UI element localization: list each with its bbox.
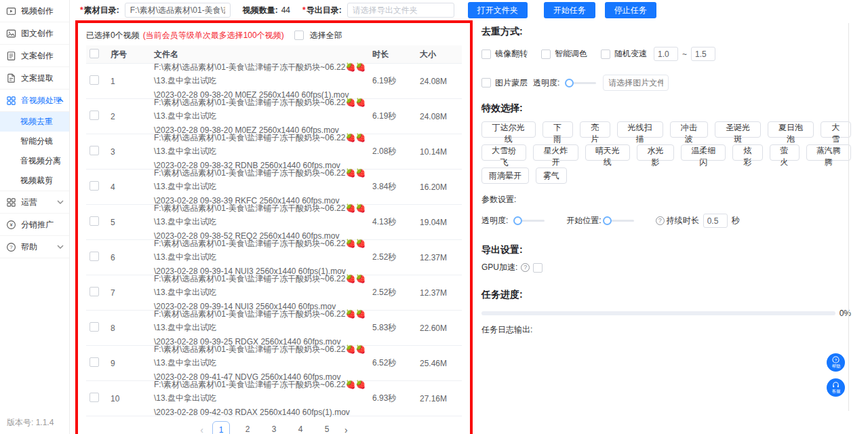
sidebar-item-copy-extract[interactable]: 文案提取 (0, 67, 69, 90)
header-checkbox[interactable] (90, 49, 99, 58)
table-row[interactable]: 7 F:\素材\选品素材\01-美食\盐津铺子冻干酸奶块~06.22🍓🍓\13.… (86, 275, 462, 311)
effect-button[interactable]: 水光影 (637, 144, 674, 161)
row-duration: 6.19秒 (372, 75, 420, 87)
speed-min-input[interactable] (654, 47, 678, 61)
material-dir-input[interactable] (125, 3, 231, 18)
sidebar-item-av-processing[interactable]: 音视频处理 (0, 90, 69, 112)
duration-input[interactable] (703, 214, 728, 228)
row-index: 2 (111, 112, 154, 121)
pagination-page[interactable]: 4 (292, 421, 309, 434)
pagination-page[interactable]: 5 (318, 421, 336, 434)
effect-button[interactable]: 圣诞光斑 (715, 121, 761, 138)
stop-task-button[interactable]: 停止任务 (605, 2, 656, 18)
sidebar-subitem-smart-storyboard[interactable]: 智能分镜 (0, 132, 69, 151)
table-row[interactable]: 8 F:\素材\选品素材\01-美食\盐津铺子冻干酸奶块~06.22🍓🍓\13.… (86, 311, 462, 346)
gpu-checkbox[interactable] (533, 263, 542, 273)
option-random-speed[interactable]: 随机变速 (601, 48, 647, 60)
option-smart-color[interactable]: 智能调色 (541, 48, 587, 60)
effect-button[interactable]: 下雨 (542, 121, 573, 138)
gpu-help-icon[interactable]: ? (521, 263, 530, 272)
table-row[interactable]: 3 F:\素材\选品素材\01-美食\盐津铺子冻干酸奶块~06.22🍓🍓\13.… (86, 134, 462, 170)
sidebar-item-help[interactable]: ? 帮助 (0, 236, 69, 258)
table-row[interactable]: 9 F:\素材\选品素材\01-美食\盐津铺子冻干酸奶块~06.22🍓🍓\13.… (86, 346, 462, 381)
slider-knob[interactable] (513, 216, 522, 225)
slider-knob[interactable] (603, 216, 612, 225)
random-speed-checkbox[interactable] (601, 50, 610, 59)
effect-button[interactable]: 萤火 (770, 144, 800, 161)
table-row[interactable]: 6 F:\素材\选品素材\01-美食\盐津铺子冻干酸奶块~06.22🍓🍓\13.… (86, 240, 462, 275)
sidebar: 视频创作 图文创作 文案创作 文案提取 音视频处理 视频去重 智能分镜 音视频分… (0, 0, 70, 434)
param-opacity-slider[interactable] (517, 220, 545, 222)
effect-button[interactable]: 亮片 (580, 121, 610, 138)
table-row[interactable]: 4 F:\素材\选品素材\01-美食\盐津铺子冻干酸奶块~06.22🍓🍓\13.… (86, 170, 462, 205)
export-dir-input[interactable] (347, 3, 454, 18)
row-checkbox[interactable] (90, 111, 99, 120)
table-row[interactable]: 10 F:\素材\选品素材\01-美食\盐津铺子冻干酸奶块~06.22🍓🍓\13… (86, 381, 462, 416)
effect-button[interactable]: 蒸汽腾腾 (806, 144, 851, 161)
mask-opacity-slider[interactable] (569, 82, 596, 84)
help-float-button[interactable]: ? 帮助 (827, 353, 845, 372)
sidebar-item-copy-creation[interactable]: 文案创作 (0, 45, 69, 67)
sidebar-subitem-av-separate[interactable]: 音视频分离 (0, 151, 69, 171)
pagination-page[interactable]: 1 (212, 421, 230, 434)
image-mask-checkbox[interactable] (481, 78, 491, 87)
select-all-checkbox[interactable] (294, 31, 304, 40)
effect-button[interactable]: 冲击波 (670, 121, 709, 138)
mirror-flip-checkbox[interactable] (481, 50, 491, 59)
effect-button[interactable]: 雾气 (536, 167, 567, 184)
effect-button[interactable]: 温柔细闪 (681, 144, 726, 161)
progress-row: 0% (481, 309, 851, 318)
row-checkbox[interactable] (90, 357, 99, 367)
sidebar-item-image-text-creation[interactable]: 图文创作 (0, 22, 69, 45)
effect-button[interactable]: 丁达尔光线 (481, 121, 536, 138)
effect-button[interactable]: 光线扫描 (617, 121, 663, 138)
effect-button[interactable]: 星火炸开 (533, 144, 578, 161)
row-checkbox[interactable] (90, 146, 99, 155)
row-checkbox[interactable] (90, 216, 99, 226)
customer-service-float-button[interactable]: 客服 (827, 378, 845, 397)
row-index: 3 (111, 147, 154, 157)
row-checkbox[interactable] (90, 393, 99, 402)
effect-button[interactable]: 晴天光线 (585, 144, 630, 161)
sidebar-subitem-video-dedup[interactable]: 视频去重 (0, 112, 69, 132)
mask-folder-input[interactable] (603, 75, 669, 91)
selection-limit-note: (当前会员等级单次最多选择100个视频) (143, 30, 284, 41)
sidebar-item-video-creation[interactable]: 视频创作 (0, 0, 69, 22)
table-row[interactable]: 5 F:\素材\选品素材\01-美食\盐津铺子冻干酸奶块~06.22🍓🍓\13.… (86, 205, 462, 240)
slider-knob[interactable] (565, 79, 574, 87)
table-row[interactable]: 2 F:\素材\选品素材\01-美食\盐津铺子冻干酸奶块~06.22🍓🍓\13.… (86, 99, 462, 134)
row-checkbox[interactable] (90, 75, 99, 85)
open-folder-button[interactable]: 打开文件夹 (468, 2, 528, 18)
param-start-slider[interactable] (607, 220, 634, 222)
effect-button[interactable]: 炫彩 (732, 144, 762, 161)
pagination-prev-icon[interactable]: ‹ (200, 425, 203, 434)
help-float-label: 帮助 (831, 363, 840, 368)
speed-max-input[interactable] (691, 47, 715, 61)
option-mirror-flip[interactable]: 镜像翻转 (481, 48, 528, 60)
pagination-page[interactable]: 2 (239, 421, 256, 434)
effect-button[interactable]: 大雪纷飞 (481, 144, 526, 161)
sidebar-subitem-video-crop[interactable]: 视频裁剪 (0, 171, 69, 191)
sidebar-item-label: 文案创作 (21, 50, 54, 62)
start-task-button[interactable]: 开始任务 (544, 2, 595, 18)
row-duration: 6.93秒 (372, 393, 420, 404)
column-header-name: 文件名 (154, 47, 372, 61)
sidebar-item-operation[interactable]: 运营 (0, 191, 69, 214)
pagination-next-icon[interactable]: › (344, 425, 348, 434)
sidebar-item-label: 文案提取 (21, 73, 54, 84)
table-row[interactable]: 1 F:\素材\选品素材\01-美食\盐津铺子冻干酸奶块~06.22🍓🍓\13.… (86, 64, 462, 99)
row-checkbox[interactable] (90, 322, 99, 332)
row-checkbox[interactable] (90, 252, 99, 261)
smart-color-checkbox[interactable] (541, 50, 551, 59)
row-checkbox[interactable] (90, 287, 99, 296)
pagination-page[interactable]: 3 (265, 421, 283, 434)
row-checkbox[interactable] (90, 181, 99, 191)
effect-button[interactable]: 大雪 (821, 121, 851, 138)
effect-button[interactable]: 夏日泡泡 (768, 121, 814, 138)
effect-button[interactable]: 雨滴晕开 (481, 167, 529, 184)
row-size: 24.08M (420, 77, 462, 86)
sidebar-item-distribution[interactable]: ¥ 分销推广 (0, 214, 69, 236)
required-star: * (80, 5, 83, 15)
duration-help-icon[interactable]: ? (656, 216, 665, 225)
headset-icon (832, 381, 840, 389)
